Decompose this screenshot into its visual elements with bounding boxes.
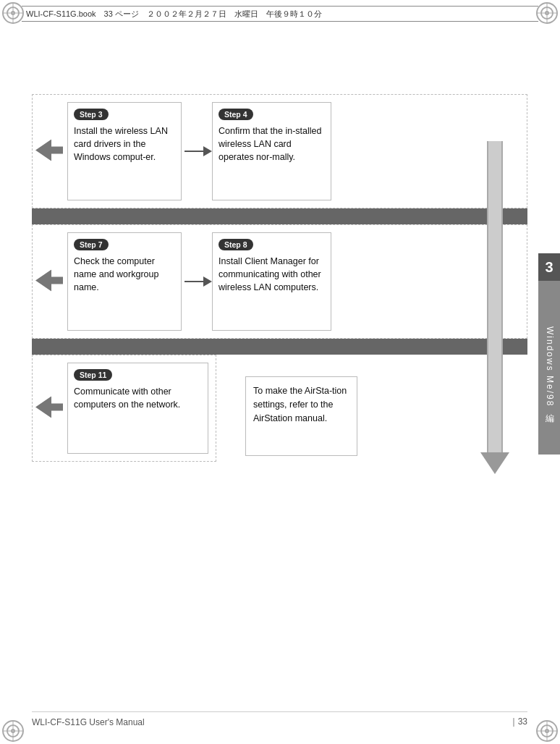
svg-marker-23	[35, 270, 63, 292]
svg-marker-24	[35, 397, 63, 418]
step3-text: Install the wireless LAN card drivers in…	[74, 124, 175, 164]
row3-left-arrow	[35, 397, 63, 420]
step11-badge: Step 11	[74, 369, 112, 381]
header-text: WLI-CF-S11G.book 33 ページ ２００２年２月２７日 水曜日 午…	[26, 9, 322, 20]
step11-box: Step 11 Communicate with other computers…	[67, 363, 208, 454]
step11-text: Communicate with other computers on the …	[74, 385, 202, 411]
step4-text: Confirm that the in-stalled wireless LAN…	[219, 124, 325, 164]
corner-decoration-br	[534, 718, 560, 744]
mid-arrow-1	[184, 146, 212, 156]
row1-left-arrow	[35, 140, 63, 164]
row2-left-arrow	[35, 270, 63, 294]
step4-badge: Step 4	[219, 109, 253, 120]
step4-box: Step 4 Confirm that the in-stalled wirel…	[212, 102, 331, 200]
content-area: Step 3 Install the wireless LAN card dri…	[32, 94, 527, 708]
corner-decoration-bl	[0, 718, 26, 744]
footer-right: ｜33	[509, 716, 527, 728]
footer-left: WLI-CF-S11G User's Manual	[32, 717, 145, 727]
header-bar: WLI-CF-S11G.book 33 ページ ２００２年２月２７日 水曜日 午…	[22, 6, 538, 22]
side-note-box: To make the AirSta-tion settings, refer …	[245, 376, 357, 456]
footer: WLI-CF-S11G User's Manual ｜33	[32, 711, 527, 728]
side-tab-label: Windows Me/98編	[538, 281, 560, 455]
dark-band-2	[32, 339, 527, 355]
svg-marker-22	[35, 140, 63, 161]
row-3: Step 11 Communicate with other computers…	[32, 355, 216, 462]
step8-badge: Step 8	[219, 239, 253, 250]
step7-text: Check the computer name and workgroup na…	[74, 255, 175, 294]
row-1: Step 3 Install the wireless LAN card dri…	[32, 94, 527, 208]
flow-arrow	[466, 141, 524, 474]
svg-marker-21	[480, 452, 509, 474]
step8-box: Step 8 Install Client Manager for commun…	[212, 232, 331, 331]
step7-badge: Step 7	[74, 239, 109, 250]
side-note-text: To make the AirSta-tion settings, refer …	[253, 386, 347, 423]
mid-arrow-2	[184, 276, 212, 287]
dark-band-1	[32, 208, 527, 224]
step3-box: Step 3 Install the wireless LAN card dri…	[67, 102, 182, 200]
step3-badge: Step 3	[74, 109, 109, 120]
step7-box: Step 7 Check the computer name and workg…	[67, 232, 182, 331]
chapter-number: 3	[538, 253, 560, 281]
row-2: Step 7 Check the computer name and workg…	[32, 224, 527, 339]
step8-text: Install Client Manager for communicating…	[219, 255, 325, 294]
